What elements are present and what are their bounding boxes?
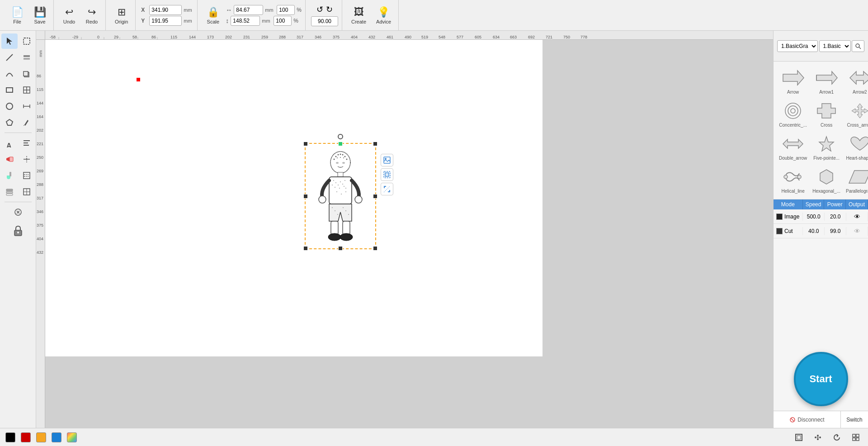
arrow1-shape-label: Arrow1 — [819, 90, 834, 95]
svg-text:634: 634 — [493, 35, 500, 39]
svg-rect-6 — [6, 88, 13, 92]
subcategory-dropdown[interactable]: 1.Basic — [819, 40, 851, 52]
pen-tool[interactable] — [19, 115, 35, 130]
handle-bottom-center[interactable] — [338, 246, 343, 251]
layer2-tool[interactable] — [1, 184, 18, 199]
origin-button[interactable]: ⊞ Origin — [111, 5, 132, 26]
grid-tool[interactable] — [19, 82, 35, 98]
shape-cross-arrow[interactable]: Cross_arrow — [844, 98, 868, 129]
height-pct-input[interactable] — [274, 16, 292, 26]
start-button[interactable]: Start — [794, 352, 848, 406]
rotate-handle[interactable] — [338, 134, 343, 139]
erase-tool[interactable] — [1, 152, 18, 167]
shape-helical[interactable]: Helical_line — [777, 164, 809, 195]
image-output-cell[interactable]: 👁 — [846, 212, 868, 221]
canvas-area[interactable]: -58 -29 0 29 58 86 115 144 173 202 231 2… — [36, 31, 773, 428]
width-pct-input[interactable] — [277, 5, 295, 15]
scale-group: 🔒 Scale ↔ mm % ↕ mm % — [199, 0, 306, 30]
shape-hexagonal[interactable]: Hexagonal_... — [811, 164, 842, 195]
shape-parallelogram[interactable]: Parallelogram — [844, 164, 868, 195]
frame-tool-btn[interactable] — [792, 431, 806, 444]
height-icon: ↕ — [226, 17, 229, 24]
cut-visible-icon[interactable]: 👁 — [854, 228, 860, 235]
resize-icon[interactable] — [381, 183, 393, 195]
select2-tool[interactable] — [19, 33, 35, 49]
x-input[interactable] — [149, 5, 182, 15]
refresh-tool-btn[interactable] — [830, 431, 844, 444]
polygon-tool[interactable] — [1, 115, 18, 130]
shape-heart[interactable]: Heart-shaped — [844, 131, 868, 162]
special-tool[interactable] — [10, 204, 26, 220]
grid-view-btn[interactable] — [849, 431, 863, 444]
undo-redo-group: ↩ Undo ↪ Redo — [56, 0, 106, 30]
ellipse-tool[interactable] — [1, 99, 18, 114]
handle-bottom-right[interactable] — [373, 246, 377, 251]
image-edit-icon[interactable] — [381, 154, 393, 166]
color-black[interactable] — [5, 432, 15, 442]
handle-bottom-left[interactable] — [303, 246, 308, 251]
switch-button[interactable]: Switch — [841, 411, 868, 428]
scatter-tool-btn[interactable] — [811, 431, 825, 444]
cut-color-box[interactable] — [776, 228, 783, 234]
multi-cut-tool[interactable] — [19, 168, 35, 183]
image-visible-icon[interactable]: 👁 — [854, 213, 860, 220]
create-button[interactable]: 🖼 Create — [348, 5, 370, 26]
rect-tool[interactable] — [1, 82, 18, 98]
rotate-input[interactable] — [311, 16, 338, 26]
text-tool[interactable]: A — [1, 135, 18, 151]
layer-tool[interactable] — [19, 50, 35, 65]
shape-arrow[interactable]: Arrow — [777, 65, 809, 96]
color-gradient[interactable] — [67, 432, 77, 442]
shape-arrow1[interactable]: Arrow1 — [811, 65, 842, 96]
line-tool[interactable] — [1, 50, 18, 65]
advice-button[interactable]: 💡 Advice — [373, 5, 395, 26]
handle-middle-right[interactable] — [373, 194, 377, 199]
crop-icon[interactable] — [381, 168, 393, 181]
handle-middle-left[interactable] — [303, 194, 308, 199]
select-tool[interactable] — [1, 33, 18, 49]
width-input[interactable] — [234, 5, 263, 15]
rotate-ccw-icon[interactable]: ↺ — [316, 5, 323, 14]
shape-concentric[interactable]: Concentric_... — [777, 98, 809, 129]
color-orange[interactable] — [36, 432, 46, 442]
svg-point-161 — [815, 437, 816, 438]
table-tool[interactable] — [19, 184, 35, 199]
svg-point-140 — [856, 44, 859, 47]
image-layer-row[interactable]: Image 500.0 20.0 👁 — [774, 209, 868, 224]
shape-double-arrow[interactable]: Double_arrow — [777, 131, 809, 162]
handle-top-right[interactable] — [373, 142, 377, 146]
curve-tool[interactable] — [1, 66, 18, 81]
cut-tool[interactable] — [19, 152, 35, 167]
copy-tool[interactable] — [19, 66, 35, 81]
shape-five-pointed[interactable]: Five-pointe... — [811, 131, 842, 162]
handle-top-center[interactable] — [338, 142, 343, 146]
search-button[interactable] — [852, 40, 864, 52]
scale-button[interactable]: 🔒 Scale — [203, 5, 223, 26]
category-dropdown[interactable]: 1.BasicGra — [777, 40, 818, 52]
handle-top-left[interactable] — [303, 142, 308, 146]
cut-output-cell[interactable]: 👁 — [846, 227, 868, 236]
cut-layer-row[interactable]: Cut 40.0 99.0 👁 — [774, 224, 868, 238]
selected-object[interactable] — [305, 143, 376, 249]
y-input[interactable] — [149, 16, 182, 26]
shape-cross[interactable]: Cross — [811, 98, 842, 129]
lock-button[interactable] — [10, 223, 26, 241]
disconnect-button[interactable]: Disconnect — [774, 411, 841, 428]
undo-button[interactable]: ↩ Undo — [59, 5, 79, 26]
image-color-box[interactable] — [776, 214, 783, 220]
rotate-cw-icon[interactable]: ↻ — [326, 5, 333, 14]
shape-arrow2[interactable]: Arrow2 — [844, 65, 868, 96]
tool-divider-1 — [5, 133, 32, 133]
paint-tool[interactable] — [1, 168, 18, 183]
align-tool[interactable] — [19, 135, 35, 151]
file-button[interactable]: 📄 File — [7, 5, 27, 26]
color-blue[interactable] — [52, 432, 61, 442]
measure-tool[interactable] — [19, 99, 35, 114]
width-unit: mm — [265, 7, 275, 13]
redo-button[interactable]: ↪ Redo — [82, 5, 102, 26]
height-input[interactable] — [231, 16, 260, 26]
mode-header: Mode — [774, 199, 803, 209]
color-red[interactable] — [21, 432, 31, 442]
arrow1-shape-icon — [815, 67, 838, 89]
save-button[interactable]: 💾 Save — [30, 5, 50, 26]
